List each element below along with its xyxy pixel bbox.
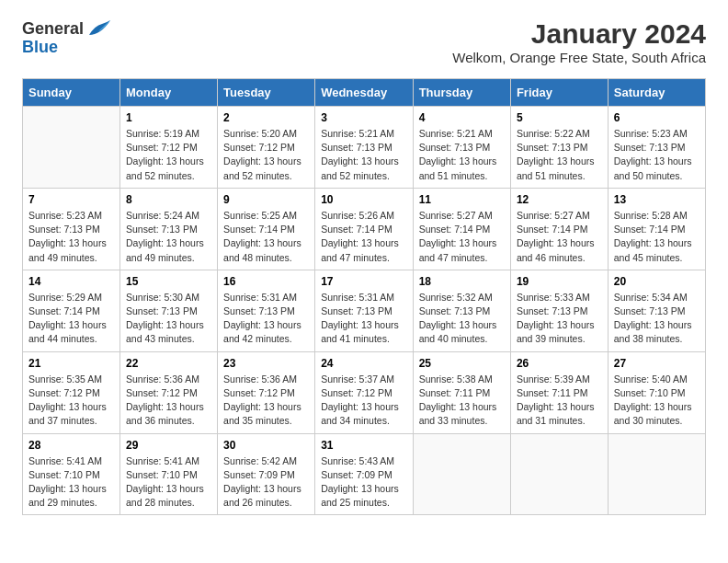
date-number: 23 (223, 357, 309, 370)
calendar-cell: 20Sunrise: 5:34 AM Sunset: 7:13 PM Dayli… (608, 270, 705, 351)
week-row-4: 21Sunrise: 5:35 AM Sunset: 7:12 PM Dayli… (23, 351, 706, 433)
date-number: 30 (223, 439, 309, 452)
date-number: 22 (126, 357, 211, 370)
calendar-cell: 8Sunrise: 5:24 AM Sunset: 7:13 PM Daylig… (120, 188, 218, 270)
date-number: 8 (126, 193, 211, 206)
calendar-cell: 31Sunrise: 5:43 AM Sunset: 7:09 PM Dayli… (315, 433, 414, 515)
cell-info: Sunrise: 5:26 AM Sunset: 7:14 PM Dayligh… (321, 209, 407, 265)
calendar-cell: 19Sunrise: 5:33 AM Sunset: 7:13 PM Dayli… (510, 270, 608, 351)
date-number: 10 (321, 193, 407, 206)
logo-text-blue: Blue (22, 38, 58, 56)
calendar-cell: 18Sunrise: 5:32 AM Sunset: 7:13 PM Dayli… (413, 270, 510, 351)
calendar-cell: 3Sunrise: 5:21 AM Sunset: 7:13 PM Daylig… (315, 107, 414, 189)
cell-info: Sunrise: 5:36 AM Sunset: 7:12 PM Dayligh… (223, 373, 309, 429)
date-number: 7 (28, 193, 114, 206)
cell-info: Sunrise: 5:23 AM Sunset: 7:13 PM Dayligh… (28, 209, 114, 265)
day-header-thursday: Thursday (413, 79, 510, 107)
calendar-cell: 29Sunrise: 5:41 AM Sunset: 7:10 PM Dayli… (120, 433, 218, 515)
cell-info: Sunrise: 5:27 AM Sunset: 7:14 PM Dayligh… (419, 209, 505, 265)
cell-info: Sunrise: 5:20 AM Sunset: 7:12 PM Dayligh… (223, 127, 309, 183)
date-number: 4 (419, 111, 505, 124)
date-number: 31 (321, 439, 407, 452)
week-row-5: 28Sunrise: 5:41 AM Sunset: 7:10 PM Dayli… (23, 433, 706, 515)
date-number: 14 (28, 275, 114, 288)
day-header-sunday: Sunday (23, 79, 120, 107)
cell-info: Sunrise: 5:19 AM Sunset: 7:12 PM Dayligh… (126, 127, 211, 183)
cell-info: Sunrise: 5:38 AM Sunset: 7:11 PM Dayligh… (419, 373, 505, 429)
cell-info: Sunrise: 5:25 AM Sunset: 7:14 PM Dayligh… (223, 209, 309, 265)
calendar-cell: 27Sunrise: 5:40 AM Sunset: 7:10 PM Dayli… (608, 351, 705, 433)
date-number: 27 (614, 357, 700, 370)
calendar-cell: 1Sunrise: 5:19 AM Sunset: 7:12 PM Daylig… (120, 107, 218, 189)
calendar-cell: 11Sunrise: 5:27 AM Sunset: 7:14 PM Dayli… (413, 188, 510, 270)
cell-info: Sunrise: 5:24 AM Sunset: 7:13 PM Dayligh… (126, 209, 211, 265)
date-number: 28 (28, 439, 114, 452)
date-number: 19 (517, 275, 602, 288)
cell-info: Sunrise: 5:21 AM Sunset: 7:13 PM Dayligh… (321, 127, 407, 183)
calendar-cell (413, 433, 510, 515)
cell-info: Sunrise: 5:43 AM Sunset: 7:09 PM Dayligh… (321, 454, 407, 511)
calendar-cell: 14Sunrise: 5:29 AM Sunset: 7:14 PM Dayli… (23, 270, 120, 351)
date-number: 3 (321, 111, 407, 124)
cell-info: Sunrise: 5:40 AM Sunset: 7:10 PM Dayligh… (614, 373, 700, 429)
day-header-saturday: Saturday (608, 79, 705, 107)
cell-info: Sunrise: 5:31 AM Sunset: 7:13 PM Dayligh… (223, 291, 309, 347)
cell-info: Sunrise: 5:23 AM Sunset: 7:13 PM Dayligh… (614, 127, 700, 183)
date-number: 18 (419, 275, 505, 288)
date-number: 1 (126, 111, 211, 124)
calendar-cell: 23Sunrise: 5:36 AM Sunset: 7:12 PM Dayli… (218, 351, 315, 433)
date-number: 26 (517, 357, 602, 370)
calendar-cell: 30Sunrise: 5:42 AM Sunset: 7:09 PM Dayli… (218, 433, 315, 515)
calendar-cell (23, 107, 120, 189)
date-number: 2 (223, 111, 309, 124)
calendar-cell: 21Sunrise: 5:35 AM Sunset: 7:12 PM Dayli… (23, 351, 120, 433)
calendar-cell: 28Sunrise: 5:41 AM Sunset: 7:10 PM Dayli… (23, 433, 120, 515)
calendar-cell: 7Sunrise: 5:23 AM Sunset: 7:13 PM Daylig… (23, 188, 120, 270)
cell-info: Sunrise: 5:22 AM Sunset: 7:13 PM Dayligh… (517, 127, 602, 183)
day-header-row: SundayMondayTuesdayWednesdayThursdayFrid… (23, 79, 706, 107)
date-number: 15 (126, 275, 211, 288)
cell-info: Sunrise: 5:42 AM Sunset: 7:09 PM Dayligh… (223, 454, 309, 511)
calendar-cell: 15Sunrise: 5:30 AM Sunset: 7:13 PM Dayli… (120, 270, 218, 351)
cell-info: Sunrise: 5:39 AM Sunset: 7:11 PM Dayligh… (517, 373, 602, 429)
cell-info: Sunrise: 5:21 AM Sunset: 7:13 PM Dayligh… (419, 127, 505, 183)
date-number: 24 (321, 357, 407, 370)
calendar-cell: 12Sunrise: 5:27 AM Sunset: 7:14 PM Dayli… (510, 188, 608, 270)
calendar-cell: 22Sunrise: 5:36 AM Sunset: 7:12 PM Dayli… (120, 351, 218, 433)
calendar-cell: 10Sunrise: 5:26 AM Sunset: 7:14 PM Dayli… (315, 188, 414, 270)
cell-info: Sunrise: 5:27 AM Sunset: 7:14 PM Dayligh… (517, 209, 602, 265)
cell-info: Sunrise: 5:36 AM Sunset: 7:12 PM Dayligh… (126, 373, 211, 429)
cell-info: Sunrise: 5:29 AM Sunset: 7:14 PM Dayligh… (28, 291, 114, 347)
calendar-cell: 2Sunrise: 5:20 AM Sunset: 7:12 PM Daylig… (218, 107, 315, 189)
header: General Blue January 2024 Welkom, Orange… (22, 18, 706, 65)
calendar-cell: 9Sunrise: 5:25 AM Sunset: 7:14 PM Daylig… (218, 188, 315, 270)
date-number: 9 (223, 193, 309, 206)
logo-text-general: General (22, 20, 84, 37)
cell-info: Sunrise: 5:33 AM Sunset: 7:13 PM Dayligh… (517, 291, 602, 347)
calendar-table: SundayMondayTuesdayWednesdayThursdayFrid… (22, 78, 706, 515)
date-number: 17 (321, 275, 407, 288)
calendar-cell: 17Sunrise: 5:31 AM Sunset: 7:13 PM Dayli… (315, 270, 414, 351)
calendar-cell: 26Sunrise: 5:39 AM Sunset: 7:11 PM Dayli… (510, 351, 608, 433)
cell-info: Sunrise: 5:30 AM Sunset: 7:13 PM Dayligh… (126, 291, 211, 347)
calendar-cell (608, 433, 705, 515)
day-header-friday: Friday (510, 79, 608, 107)
date-number: 29 (126, 439, 211, 452)
week-row-3: 14Sunrise: 5:29 AM Sunset: 7:14 PM Dayli… (23, 270, 706, 351)
date-number: 20 (614, 275, 700, 288)
calendar-cell: 5Sunrise: 5:22 AM Sunset: 7:13 PM Daylig… (510, 107, 608, 189)
date-number: 16 (223, 275, 309, 288)
week-row-1: 1Sunrise: 5:19 AM Sunset: 7:12 PM Daylig… (23, 107, 706, 189)
day-header-monday: Monday (120, 79, 218, 107)
day-header-tuesday: Tuesday (218, 79, 315, 107)
cell-info: Sunrise: 5:31 AM Sunset: 7:13 PM Dayligh… (321, 291, 407, 347)
cell-info: Sunrise: 5:34 AM Sunset: 7:13 PM Dayligh… (614, 291, 700, 347)
calendar-cell: 24Sunrise: 5:37 AM Sunset: 7:12 PM Dayli… (315, 351, 414, 433)
date-number: 21 (28, 357, 114, 370)
cell-info: Sunrise: 5:32 AM Sunset: 7:13 PM Dayligh… (419, 291, 505, 347)
calendar-cell: 4Sunrise: 5:21 AM Sunset: 7:13 PM Daylig… (413, 107, 510, 189)
date-number: 6 (614, 111, 700, 124)
cell-info: Sunrise: 5:35 AM Sunset: 7:12 PM Dayligh… (28, 373, 114, 429)
day-header-wednesday: Wednesday (315, 79, 414, 107)
cell-info: Sunrise: 5:41 AM Sunset: 7:10 PM Dayligh… (126, 454, 211, 511)
